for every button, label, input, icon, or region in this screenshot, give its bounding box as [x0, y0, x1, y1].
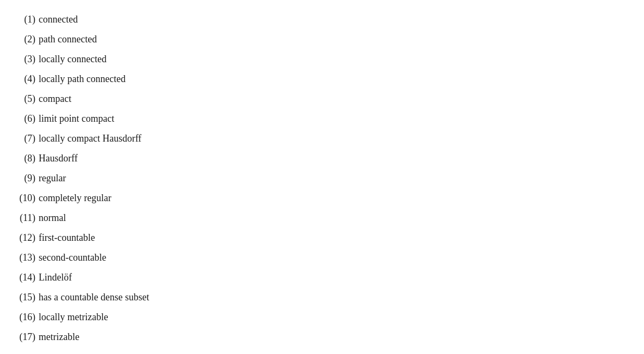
item-label: connected — [39, 12, 78, 27]
item-number: (15) — [11, 290, 39, 305]
list-item: (1)connected — [11, 10, 633, 30]
item-number: (5) — [11, 92, 39, 106]
item-number: (7) — [11, 131, 39, 146]
list-item: (17)metrizable — [11, 327, 633, 347]
list-item: (13)second-countable — [11, 248, 633, 268]
item-label: compact — [39, 92, 71, 106]
item-label: normal — [39, 211, 66, 225]
item-number: (10) — [11, 191, 39, 205]
item-number: (4) — [11, 72, 39, 86]
list-item: (12)first-countable — [11, 228, 633, 248]
list-item: (6)limit point compact — [11, 109, 633, 129]
item-label: path connected — [39, 32, 97, 47]
item-number: (3) — [11, 52, 39, 67]
item-label: limit point compact — [39, 112, 114, 126]
list-item: (3)locally connected — [11, 49, 633, 69]
item-number: (17) — [11, 330, 39, 344]
list-item: (16)locally metrizable — [11, 307, 633, 327]
item-label: locally compact Hausdorff — [39, 131, 142, 146]
item-number: (11) — [11, 211, 39, 225]
item-label: completely regular — [39, 191, 111, 205]
list-item: (4)locally path connected — [11, 69, 633, 89]
item-number: (16) — [11, 310, 39, 324]
item-label: Hausdorff — [39, 151, 78, 166]
item-number: (8) — [11, 151, 39, 166]
item-number: (9) — [11, 171, 39, 186]
item-number: (12) — [11, 231, 39, 245]
item-label: has a countable dense subset — [39, 290, 149, 305]
item-label: locally metrizable — [39, 310, 108, 324]
item-number: (6) — [11, 112, 39, 126]
list-item: (9)regular — [11, 168, 633, 188]
list-item: (2)path connected — [11, 30, 633, 49]
item-label: second-countable — [39, 250, 106, 265]
item-label: locally connected — [39, 52, 106, 67]
list-item: (14)Lindelöf — [11, 268, 633, 287]
item-label: regular — [39, 171, 66, 186]
item-number: (2) — [11, 32, 39, 47]
item-label: locally path connected — [39, 72, 126, 86]
item-label: Lindelöf — [39, 270, 72, 285]
topology-properties-list: (1)connected(2)path connected(3)locally … — [0, 5, 644, 351]
list-item: (7)locally compact Hausdorff — [11, 129, 633, 149]
item-number: (14) — [11, 270, 39, 285]
item-label: first-countable — [39, 231, 95, 245]
list-item: (8)Hausdorff — [11, 149, 633, 168]
item-number: (1) — [11, 12, 39, 27]
list-item: (5)compact — [11, 89, 633, 109]
list-item: (15)has a countable dense subset — [11, 287, 633, 307]
list-item: (10)completely regular — [11, 188, 633, 208]
item-label: metrizable — [39, 330, 79, 344]
list-item: (11)normal — [11, 208, 633, 228]
item-number: (13) — [11, 250, 39, 265]
